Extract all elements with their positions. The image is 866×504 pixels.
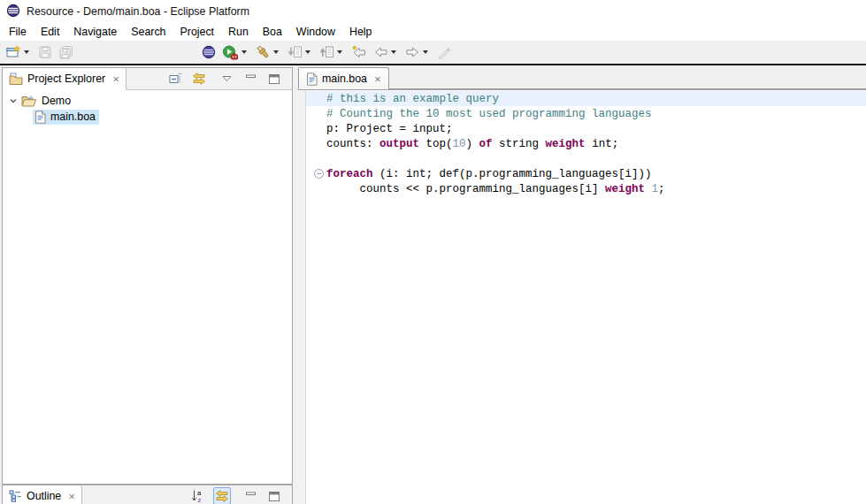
editor-tab-label: main.boa <box>322 73 367 85</box>
code-line[interactable]: p: Project = input; <box>306 121 866 136</box>
search-dropdown-icon <box>273 50 279 54</box>
sort-az-icon: az <box>191 489 203 503</box>
close-icon[interactable] <box>68 492 75 501</box>
project-explorer-view: Project Explorer <box>2 67 293 485</box>
eclipse-logo-icon <box>6 4 20 20</box>
search-button[interactable] <box>254 42 283 62</box>
menu-bar: File Edit Navigate Search Project Run Bo… <box>0 23 866 41</box>
project-explorer-tab-label: Project Explorer <box>27 73 105 85</box>
next-annotation-button[interactable] <box>286 42 315 62</box>
view-menu-button[interactable] <box>218 71 234 87</box>
run-example-button[interactable] <box>220 42 251 62</box>
tree-item-demo[interactable]: Demo <box>3 93 292 109</box>
previous-annotation-icon <box>319 45 334 59</box>
main-toolbar <box>0 41 866 64</box>
outline-view: Outline az <box>2 485 293 504</box>
last-edit-location-button[interactable] <box>349 42 369 62</box>
boa-sphere-icon <box>202 45 216 59</box>
link-with-editor-button[interactable] <box>213 487 231 504</box>
next-annotation-dropdown-icon <box>305 50 310 54</box>
menu-edit[interactable]: Edit <box>34 24 66 40</box>
pin-editor-button[interactable] <box>435 42 453 62</box>
forward-button[interactable] <box>403 42 433 62</box>
project-explorer-tab-row: Project Explorer <box>3 68 292 90</box>
tree-item-label: Demo <box>42 95 71 107</box>
open-folder-icon <box>21 95 37 107</box>
close-icon[interactable] <box>112 74 119 84</box>
link-with-editor-icon <box>192 72 206 86</box>
back-dropdown-icon <box>391 50 396 54</box>
tab-outline[interactable]: Outline <box>3 485 82 504</box>
file-icon <box>34 111 46 124</box>
collapse-all-button[interactable] <box>167 71 183 87</box>
eclipse-window: Resource - Demo/main.boa - Eclipse Platf… <box>0 0 866 504</box>
minimize-icon <box>246 74 256 83</box>
run-dropdown-icon <box>241 50 247 54</box>
forward-arrow-icon <box>405 45 420 59</box>
menu-boa[interactable]: Boa <box>256 24 289 40</box>
code-line[interactable]: # this is an example query <box>306 91 866 106</box>
fold-gutter[interactable] <box>306 169 326 179</box>
workbench-area: Project Explorer <box>0 65 866 504</box>
search-flashlight-icon <box>256 45 271 59</box>
save-all-button[interactable] <box>57 42 75 62</box>
link-with-editor-icon <box>215 489 229 503</box>
annotation-ruler[interactable] <box>298 90 306 504</box>
save-button[interactable] <box>36 42 54 62</box>
link-with-editor-button[interactable] <box>191 71 207 87</box>
title-bar: Resource - Demo/main.boa - Eclipse Platf… <box>0 0 866 23</box>
forward-dropdown-icon <box>423 50 428 54</box>
maximize-button[interactable] <box>266 71 282 87</box>
save-icon <box>38 45 52 59</box>
run-icon <box>222 45 239 60</box>
code-lines: # this is an example query# Counting the… <box>306 90 866 196</box>
outline-toolbar: az <box>189 485 292 504</box>
view-menu-icon <box>222 75 232 82</box>
menu-run[interactable]: Run <box>221 24 256 40</box>
boa-sphere-button[interactable] <box>200 42 218 62</box>
menu-project[interactable]: Project <box>173 24 222 40</box>
next-annotation-icon <box>287 45 303 59</box>
tab-project-explorer[interactable]: Project Explorer <box>3 68 126 90</box>
code-editor[interactable]: # this is an example query# Counting the… <box>298 90 866 504</box>
project-explorer-toolbar <box>167 68 292 89</box>
close-icon[interactable] <box>374 74 381 84</box>
maximize-icon <box>269 492 280 501</box>
menu-search[interactable]: Search <box>124 24 172 40</box>
tree-item-main-boa[interactable]: main.boa <box>3 109 292 125</box>
minimize-button[interactable] <box>242 488 258 504</box>
tree-selection-highlight: main.boa <box>33 110 99 125</box>
sort-button[interactable]: az <box>189 488 205 504</box>
tab-main-boa[interactable]: main.boa <box>298 67 389 89</box>
back-button[interactable] <box>372 42 401 62</box>
save-all-icon <box>58 45 73 59</box>
code-line[interactable]: counts: output top(10) of string weight … <box>306 136 866 151</box>
last-edit-location-icon <box>351 45 367 59</box>
code-line[interactable]: foreach (i: int; def(p.programming_langu… <box>306 166 866 181</box>
new-wizard-icon <box>6 45 21 59</box>
menu-navigate[interactable]: Navigate <box>66 24 124 40</box>
code-line[interactable] <box>306 151 866 166</box>
maximize-button[interactable] <box>266 488 282 504</box>
minimize-icon <box>246 492 256 500</box>
code-line[interactable]: # Counting the 10 most used programming … <box>306 106 866 121</box>
previous-annotation-button[interactable] <box>318 42 347 62</box>
project-explorer-icon <box>9 73 23 85</box>
menu-file[interactable]: File <box>2 24 34 40</box>
tree-item-label: main.boa <box>50 111 96 123</box>
previous-annotation-dropdown-icon <box>337 50 342 54</box>
outline-icon <box>9 490 22 502</box>
outline-tab-row: Outline az <box>3 485 292 504</box>
menu-window[interactable]: Window <box>289 24 342 40</box>
new-wizard-dropdown-icon <box>24 50 29 54</box>
collapse-all-icon <box>168 72 182 86</box>
svg-text:z: z <box>198 496 202 503</box>
collapse-fold-icon[interactable] <box>314 169 324 179</box>
new-wizard-button[interactable] <box>4 42 34 62</box>
menu-help[interactable]: Help <box>342 24 379 40</box>
chevron-down-icon[interactable] <box>9 96 21 105</box>
minimize-button[interactable] <box>242 71 258 87</box>
code-line[interactable]: counts << p.programming_languages[i] wei… <box>306 181 866 196</box>
back-arrow-icon <box>373 45 388 59</box>
pin-editor-icon <box>437 45 451 59</box>
